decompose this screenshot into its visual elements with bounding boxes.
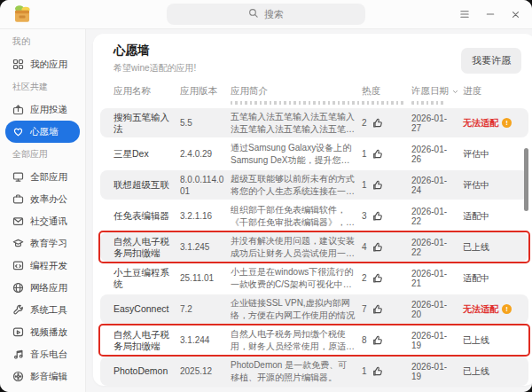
thumbs-up-icon[interactable] xyxy=(372,366,383,377)
table-row[interactable]: PhotoDemon2025.12PhotoDemon 是一款免费、可移植、开源… xyxy=(100,357,528,386)
panel-header: 心愿墙 希望wine适配的应用! 我要许愿 xyxy=(93,41,532,74)
wish-date-cell: 2026-01-26 xyxy=(411,145,463,164)
column-header[interactable]: 应用简介 xyxy=(231,85,362,98)
thumbs-up-icon[interactable] xyxy=(372,335,383,346)
app-description-cell: 企业链接SSL VPN,虚拟内部网络，方便在内网工作使用的情况 xyxy=(231,297,362,321)
heat-cell: 1 xyxy=(362,180,411,191)
table-row[interactable]: 自然人电子税务局扣缴端3.1.244自然人电子税务局扣缴个税使用，财务人员经常使… xyxy=(100,325,528,355)
heat-count: 7 xyxy=(362,304,367,314)
sidebar-section-header: 全部应用 xyxy=(0,143,85,166)
heat-count: 1 xyxy=(362,180,367,190)
app-description-cell: PhotoDemon 是一款免费、可移植、开源的照片编辑器。 xyxy=(231,359,362,383)
sidebar-item-label: 应用投递 xyxy=(30,104,67,116)
table-row[interactable]: 联想超级互联8.0.0.114.001超级互联能够以前所未有的方式将您的个人生态… xyxy=(100,170,528,200)
heat-cell: 1 xyxy=(362,149,411,160)
sidebar-item-label: 系统工具 xyxy=(30,304,67,317)
progress-cell: 适配中 xyxy=(463,272,518,285)
sidebar-item-label: 效率办公 xyxy=(30,193,67,206)
table-row[interactable]: 任免表编辑器3.2.1.16组织部干部任免表编辑软件，《干部任免审批表编辑器》，… xyxy=(100,201,528,231)
table-row[interactable]: 小土豆编程系统25.11.01小土豆是在windows下很流行的一款收费的C/S… xyxy=(100,263,528,293)
sidebar-item-coding[interactable]: 编程开发 xyxy=(5,255,80,277)
table-row[interactable]: 三星Dex2.4.0.29通过Samsung Galaxy设备上的Samsung… xyxy=(100,139,528,169)
sidebar-item-video-play[interactable]: 视频播放 xyxy=(5,321,80,343)
progress-label: 无法适配 xyxy=(463,117,498,129)
wish-date-cell: 2026-01-24 xyxy=(411,176,463,195)
table-row[interactable]: 搜狗五笔输入法5.5五笔输入法五笔输入法五笔输入法五笔输入法五笔输入法五笔输入法… xyxy=(100,108,528,137)
thumbs-up-icon[interactable] xyxy=(372,180,383,191)
code-window-icon xyxy=(12,260,24,271)
sidebar-item-education[interactable]: 教育学习 xyxy=(5,232,80,255)
clipped-row xyxy=(100,99,528,107)
sidebar-item-label: 我的应用 xyxy=(30,59,67,71)
wish-date-cell: 2026-01-20 xyxy=(411,300,463,319)
column-header[interactable]: 热度 xyxy=(362,85,411,98)
sidebar-item-wish-wall[interactable]: 心愿墙 xyxy=(5,121,80,143)
sidebar-item-label: 心愿墙 xyxy=(30,126,59,138)
sidebar-item-office[interactable]: 效率办公 xyxy=(5,188,80,210)
sidebar-section-header: 我的 xyxy=(0,30,85,53)
sidebar-item-label: 全部应用 xyxy=(30,171,67,184)
chevron-down-icon xyxy=(451,88,459,96)
app-name-cell: 三星Dex xyxy=(113,148,180,160)
progress-label: 已上线 xyxy=(463,334,489,347)
wrench-icon xyxy=(12,304,24,316)
sidebar-item-my-apps[interactable]: 我的应用 xyxy=(5,53,80,75)
app-name-cell: EasyConnect xyxy=(113,303,180,315)
progress-label: 评估中 xyxy=(463,179,489,192)
column-header[interactable]: 应用版本 xyxy=(180,85,231,98)
menu-button[interactable] xyxy=(455,5,473,24)
sidebar-item-app-submit[interactable]: 应用投递 xyxy=(5,98,80,121)
column-header[interactable]: 进度 xyxy=(463,85,518,98)
app-description-cell: 五笔输入法五笔输入法五笔输入法五笔输入法五笔输入法五笔输入法 xyxy=(231,111,362,135)
sidebar-item-network[interactable]: 网络应用 xyxy=(5,277,80,299)
sidebar-item-av-edit[interactable]: 影音编辑 xyxy=(5,365,80,388)
progress-cell: 已上线 xyxy=(463,334,518,347)
column-header[interactable]: 应用名称 xyxy=(113,85,180,98)
sidebar-item-social[interactable]: 社交通讯 xyxy=(5,210,80,232)
column-header-label: 应用版本 xyxy=(180,85,217,98)
sidebar-item-system-tools[interactable]: 系统工具 xyxy=(5,299,80,321)
page-title: 心愿墙 xyxy=(113,43,521,59)
sidebar-item-graphics[interactable]: 图形图像 xyxy=(5,388,80,392)
briefcase-icon xyxy=(12,193,24,205)
sidebar-item-label: 视频播放 xyxy=(30,326,67,339)
heat-cell: 2 xyxy=(362,273,411,284)
titlebar: 搜索 xyxy=(0,0,532,29)
heat-count: 1 xyxy=(362,149,367,159)
thumbs-up-icon[interactable] xyxy=(372,304,383,315)
heat-count: 4 xyxy=(362,242,367,252)
thumbs-up-icon[interactable] xyxy=(372,118,383,129)
wish-date-cell: 2026-01-19 xyxy=(411,331,463,350)
thumbs-up-icon[interactable] xyxy=(372,273,383,284)
sidebar-item-music-radio[interactable]: 音乐电台 xyxy=(5,343,80,365)
wish-date-cell: 2026-01-19 xyxy=(411,362,463,381)
heat-cell: 8 xyxy=(362,335,411,346)
film-reel-icon xyxy=(12,371,24,382)
grid-icon xyxy=(12,59,24,70)
progress-label: 适配中 xyxy=(463,210,489,223)
app-name-cell: 联想超级互联 xyxy=(113,179,180,191)
graduation-cap-icon xyxy=(12,238,24,249)
progress-label: 适配中 xyxy=(463,272,489,285)
wish-date-cell: 2026-01-22 xyxy=(411,207,463,226)
heat-count: 2 xyxy=(362,273,367,283)
minimize-button[interactable] xyxy=(481,5,499,24)
close-button[interactable] xyxy=(506,5,525,24)
progress-label: 无法适配 xyxy=(463,303,498,316)
search-input[interactable]: 搜索 xyxy=(167,4,365,25)
app-version-cell: 2.4.0.29 xyxy=(180,148,231,160)
table-row[interactable]: EasyConnect7.2企业链接SSL VPN,虚拟内部网络，方便在内网工作… xyxy=(100,294,528,324)
vertical-scrollbar[interactable] xyxy=(524,148,528,211)
thumbs-up-icon[interactable] xyxy=(372,242,383,253)
thumbs-up-icon[interactable] xyxy=(372,149,383,160)
progress-label: 评估中 xyxy=(463,148,489,161)
column-header[interactable]: 许愿日期 xyxy=(411,85,463,98)
sidebar-item-all-apps[interactable]: 全部应用 xyxy=(5,166,80,188)
table-row[interactable]: 自然人电子税务局扣缴端3.1.245并没有解决使用问题，建议安装成功后让财务人员… xyxy=(100,232,528,262)
thumbs-up-icon[interactable] xyxy=(372,211,383,222)
make-wish-button[interactable]: 我要许愿 xyxy=(461,48,521,74)
progress-label: 已上线 xyxy=(463,241,489,254)
app-description-cell: 超级互联能够以前所未有的方式将您的个人生态系统连接在一起。专为… xyxy=(231,173,362,197)
column-header-label: 应用名称 xyxy=(113,85,151,98)
sidebar: 我的我的应用社区共建应用投递心愿墙全部应用全部应用效率办公社交通讯教育学习编程开… xyxy=(0,29,86,392)
